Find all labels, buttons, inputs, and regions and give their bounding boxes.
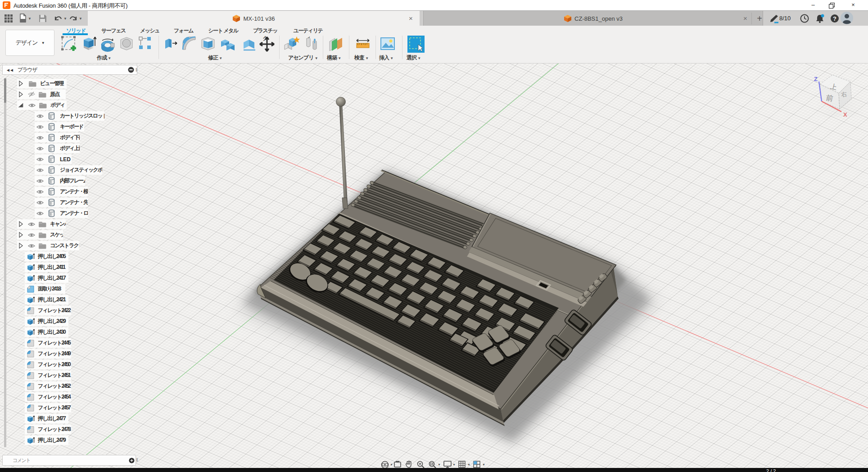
- svg-text:X: X: [843, 111, 847, 118]
- svg-text:?: ?: [833, 15, 836, 22]
- svg-text:前: 前: [826, 94, 834, 102]
- svg-text:右: 右: [841, 91, 847, 98]
- svg-text:Z: Z: [814, 76, 818, 82]
